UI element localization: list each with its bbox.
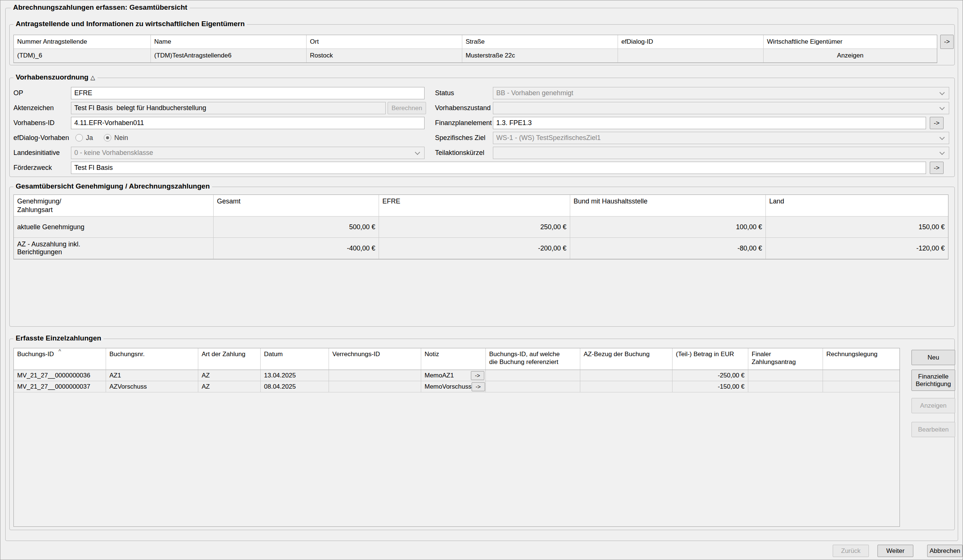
payments-col-header-az-bezug[interactable]: AZ-Bezug der Buchung xyxy=(580,348,673,370)
payments-section: Erfasste Einzelzahlungen ^ Buchungs-ID B… xyxy=(9,338,955,530)
cell-rechnungslegung xyxy=(823,370,900,381)
vorhaben-section: Vorhabenszuordnung △ OP Aktenzeichen Ber… xyxy=(9,78,955,177)
landesinitiative-dropdown: 0 - keine Vorhabensklasse xyxy=(71,147,425,159)
cell-az-bezug xyxy=(580,370,673,381)
applicant-cell-name[interactable]: (TDM)TestAntragstellende6 xyxy=(151,49,306,63)
collapse-triangle-icon[interactable]: △ xyxy=(90,74,95,81)
finanzielle-berichtigung-button[interactable]: Finanzielle Berichtigung xyxy=(911,370,955,391)
efdialog-ja-radio-label: Ja xyxy=(86,132,93,144)
summary-table: Genehmigung/ Zahlungsart Gesamt EFRE Bun… xyxy=(13,194,948,259)
foerderzweck-input[interactable] xyxy=(71,162,926,174)
summary-cell-efre: 250,00 € xyxy=(379,217,570,238)
weiter-button[interactable]: Weiter xyxy=(877,545,913,557)
cell-notiz: MemoAZ1 -> xyxy=(421,370,486,381)
payments-col-header-finaler-zahlungsantrag[interactable]: Finaler Zahlungsantrag xyxy=(748,348,823,370)
cell-finaler-zahlungsantrag xyxy=(748,370,823,381)
chevron-down-icon xyxy=(939,105,945,110)
cell-betrag: -250,00 € xyxy=(673,370,748,381)
summary-cell-art: AZ - Auszahlung inkl. Berichtigungen xyxy=(14,238,214,259)
spezifisches-ziel-dropdown: WS-1 - (WS) TestSpezifischesZiel1 xyxy=(493,132,949,144)
cell-buchungs-id: MV_21_27__0000000037 xyxy=(14,381,106,392)
foerderzweck-lookup-arrow-button[interactable]: -> xyxy=(930,162,944,174)
vorhabenszustand-dropdown xyxy=(493,102,949,114)
anzeigen-button: Anzeigen xyxy=(911,398,955,413)
payments-section-title: Erfasste Einzelzahlungen xyxy=(13,334,104,342)
applicant-section-title: Antragstellende und Informationen zu wir… xyxy=(13,20,247,28)
summary-section-title: Gesamtübersicht Genehmigung / Abrechnung… xyxy=(13,182,212,190)
summary-col-header-land: Land xyxy=(766,195,948,217)
abbrechen-button[interactable]: Abbrechen xyxy=(927,545,963,557)
summary-col-header-gesamt: Gesamt xyxy=(214,195,379,217)
main-panel: Abrechnungszahlungen erfassen: Gesamtübe… xyxy=(5,8,958,541)
vorhaben-section-title: Vorhabenszuordnung △ xyxy=(13,73,97,81)
summary-cell-land: 150,00 € xyxy=(766,217,948,238)
payments-col-header-datum[interactable]: Datum xyxy=(261,348,329,370)
teilaktionskuerzel-dropdown xyxy=(493,147,949,159)
applicant-cell-ort[interactable]: Rostock xyxy=(306,49,462,63)
notiz-open-arrow-button[interactable]: -> xyxy=(472,382,485,391)
aktenzeichen-input xyxy=(71,102,386,114)
cell-art: AZ xyxy=(198,381,261,392)
bearbeiten-button: Bearbeiten xyxy=(911,422,955,437)
payments-col-header-notiz[interactable]: Notiz xyxy=(421,348,486,370)
teilaktionskuerzel-label: Teilaktionskürzel xyxy=(435,147,484,159)
summary-cell-art: aktuelle Genehmigung xyxy=(14,217,214,238)
applicant-col-header-efdialog-id: efDialog-ID xyxy=(618,35,764,49)
berechnen-button: Berechnen xyxy=(387,102,426,114)
cell-art: AZ xyxy=(198,370,261,381)
cell-rechnungslegung xyxy=(823,381,900,392)
cell-ref-buchungs-id xyxy=(486,370,580,381)
cell-buchungs-id: MV_21_27__0000000036 xyxy=(14,370,106,381)
efdialog-nein-radio xyxy=(104,134,111,141)
spezifisches-ziel-label: Spezifisches Ziel xyxy=(435,132,485,144)
finanzplanelement-input[interactable] xyxy=(493,117,926,129)
op-input[interactable] xyxy=(71,87,425,99)
payments-col-header-buchungsnr[interactable]: Buchungsnr. xyxy=(106,348,198,370)
payments-col-header-rechnungslegung[interactable]: Rechnungslegung xyxy=(823,348,900,370)
foerderzweck-label: Förderzweck xyxy=(13,162,52,174)
cell-notiz: MemoVorschuss -> xyxy=(421,381,486,392)
applicant-details-arrow-button[interactable]: -> xyxy=(940,35,954,49)
summary-cell-bund: -80,00 € xyxy=(570,238,766,259)
payments-col-header-verrechnungs-id[interactable]: Verrechnungs-ID xyxy=(329,348,421,370)
applicant-col-header-strasse: Straße xyxy=(462,35,618,49)
payments-row[interactable]: MV_21_27__0000000037 AZVorschuss AZ 08.0… xyxy=(14,381,900,392)
vorhabens-id-input[interactable] xyxy=(71,117,425,129)
notiz-open-arrow-button[interactable]: -> xyxy=(471,371,484,380)
op-label: OP xyxy=(13,87,23,99)
applicant-cell-efdialog-id[interactable] xyxy=(618,49,764,63)
payments-col-header-art[interactable]: Art der Zahlung xyxy=(198,348,261,370)
applicant-col-header-nummer: Nummer Antragstellende xyxy=(14,35,151,49)
sort-ascending-icon: ^ xyxy=(58,348,61,354)
applicant-col-header-ort: Ort xyxy=(306,35,462,49)
finanzplanelement-lookup-arrow-button[interactable]: -> xyxy=(930,117,944,129)
applicant-col-header-name: Name xyxy=(151,35,306,49)
applicant-cell-strasse[interactable]: Musterstraße 22c xyxy=(462,49,618,63)
neu-button[interactable]: Neu xyxy=(911,350,955,365)
wirtschaftliche-eigentuemer-anzeigen-button[interactable]: Anzeigen xyxy=(764,49,937,63)
payments-col-header-buchungs-id[interactable]: ^ Buchungs-ID xyxy=(14,348,106,370)
summary-col-header-efre: EFRE xyxy=(379,195,570,217)
status-dropdown: BB - Vorhaben genehmigt xyxy=(493,87,949,99)
applicant-table: Nummer Antragstellende Name Ort Straße e… xyxy=(13,35,937,63)
payments-header-row: ^ Buchungs-ID Buchungsnr. Art der Zahlun… xyxy=(14,348,900,370)
summary-cell-land: -120,00 € xyxy=(766,238,948,259)
summary-cell-bund: 100,00 € xyxy=(570,217,766,238)
cell-buchungsnr: AZ1 xyxy=(106,370,198,381)
applicant-section: Antragstellende und Informationen zu wir… xyxy=(9,24,955,65)
chevron-down-icon xyxy=(939,150,945,155)
payments-table: ^ Buchungs-ID Buchungsnr. Art der Zahlun… xyxy=(13,348,900,527)
applicant-cell-nummer[interactable]: (TDM)_6 xyxy=(14,49,151,63)
payments-row[interactable]: MV_21_27__0000000036 AZ1 AZ 13.04.2025 M… xyxy=(14,370,900,381)
application-window: Abrechnungszahlungen erfassen: Gesamtübe… xyxy=(0,0,963,560)
notiz-text: MemoAZ1 xyxy=(425,372,454,379)
cell-verrechnungs-id xyxy=(329,381,421,392)
status-label: Status xyxy=(435,87,454,99)
efdialog-nein-radio-label: Nein xyxy=(114,132,128,144)
payments-col-header-betrag[interactable]: (Teil-) Betrag in EUR xyxy=(673,348,748,370)
summary-col-header-art: Genehmigung/ Zahlungsart xyxy=(14,195,214,217)
notiz-text: MemoVorschuss xyxy=(425,383,472,390)
cell-datum: 08.04.2025 xyxy=(261,381,329,392)
cell-verrechnungs-id xyxy=(329,370,421,381)
payments-col-header-ref-buchungs-id[interactable]: Buchungs-ID, auf welche die Buchung refe… xyxy=(486,348,580,370)
